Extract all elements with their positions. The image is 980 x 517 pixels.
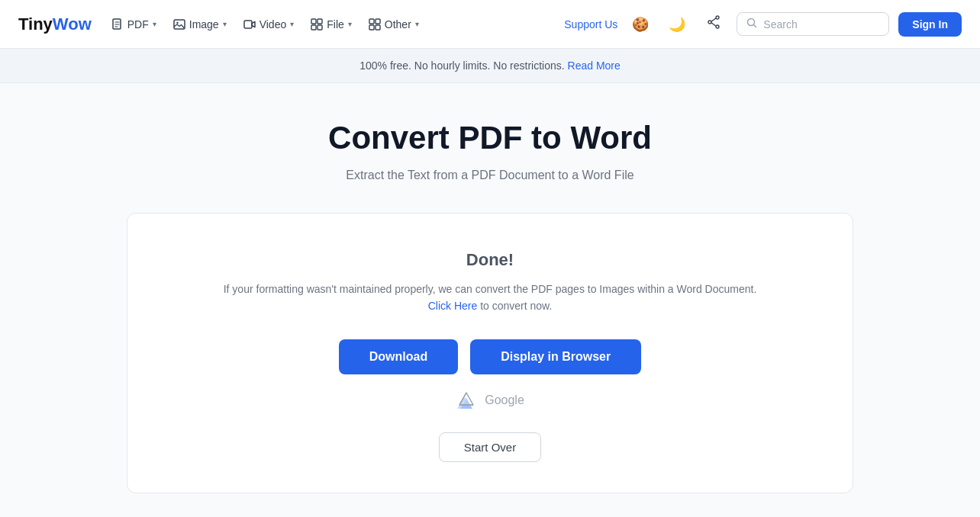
- start-over-button[interactable]: Start Over: [439, 432, 541, 462]
- support-link[interactable]: Support Us: [564, 18, 617, 31]
- google-label: Google: [485, 393, 524, 407]
- search-icon: [746, 18, 757, 31]
- click-here-link[interactable]: Click Here: [428, 300, 478, 312]
- done-desc-text3: to convert now.: [480, 300, 552, 312]
- banner-link[interactable]: Read More: [568, 59, 621, 72]
- search-input[interactable]: [763, 18, 879, 31]
- svg-rect-7: [318, 25, 322, 30]
- other-chevron-icon: ▾: [415, 20, 419, 28]
- video-icon: [243, 18, 256, 31]
- page-subtitle: Extract the Text from a PDF Document to …: [127, 169, 853, 182]
- header-right: Support Us 🍪 🌙 Sign In: [564, 11, 962, 38]
- display-browser-button[interactable]: Display in Browser: [470, 339, 641, 374]
- search-box[interactable]: [737, 12, 889, 36]
- nav-item-other[interactable]: Other ▾: [361, 14, 427, 35]
- google-drive-icon: [456, 390, 477, 411]
- image-label: Image: [189, 18, 219, 31]
- svg-point-2: [176, 21, 178, 23]
- pdf-chevron-icon: ▾: [153, 20, 156, 28]
- logo-tiny: Tiny: [18, 14, 53, 34]
- svg-rect-1: [174, 20, 185, 29]
- header: TinyWow PDF ▾ Image ▾ Video ▾: [0, 0, 980, 49]
- other-icon: [369, 18, 381, 31]
- share-icon: [707, 15, 720, 33]
- banner: 100% free. No hourly limits. No restrict…: [0, 49, 980, 83]
- done-title: Done!: [152, 250, 828, 270]
- nav-item-video[interactable]: Video ▾: [236, 14, 302, 35]
- nav-item-image[interactable]: Image ▾: [166, 14, 234, 35]
- done-desc: If your formatting wasn't maintained pro…: [152, 281, 828, 315]
- cookie-icon-btn[interactable]: 🍪: [627, 11, 654, 38]
- svg-rect-5: [318, 19, 322, 24]
- google-row: Google: [152, 390, 828, 411]
- video-label: Video: [260, 18, 287, 31]
- download-button[interactable]: Download: [339, 339, 458, 374]
- logo-wow: Wow: [53, 14, 92, 34]
- done-desc-text: If your formatting wasn't maintained pro…: [224, 283, 757, 295]
- page-title: Convert PDF to Word: [127, 120, 853, 156]
- svg-rect-11: [376, 25, 380, 30]
- logo[interactable]: TinyWow: [18, 14, 92, 34]
- dark-mode-btn[interactable]: 🌙: [663, 11, 691, 38]
- svg-rect-6: [311, 25, 316, 30]
- file-label: File: [327, 18, 344, 31]
- svg-rect-8: [369, 19, 374, 24]
- video-chevron-icon: ▾: [290, 20, 294, 28]
- svg-rect-3: [244, 21, 252, 28]
- image-icon: [173, 18, 185, 31]
- svg-rect-9: [376, 19, 380, 24]
- cookie-icon: 🍪: [632, 16, 649, 33]
- pdf-label: PDF: [127, 18, 149, 31]
- pdf-icon: [111, 18, 124, 31]
- share-btn[interactable]: [700, 11, 727, 38]
- file-icon: [311, 18, 323, 31]
- nav-item-pdf[interactable]: PDF ▾: [104, 14, 164, 35]
- image-chevron-icon: ▾: [223, 20, 227, 28]
- svg-point-13: [716, 25, 719, 28]
- file-chevron-icon: ▾: [348, 20, 352, 28]
- nav: PDF ▾ Image ▾ Video ▾ File ▾: [104, 14, 559, 35]
- signin-button[interactable]: Sign In: [898, 12, 962, 37]
- svg-rect-4: [311, 19, 316, 24]
- svg-rect-10: [369, 25, 374, 30]
- main: Convert PDF to Word Extract the Text fro…: [108, 83, 872, 517]
- conversion-card: Done! If your formatting wasn't maintain…: [127, 213, 853, 493]
- moon-icon: 🌙: [669, 16, 685, 33]
- banner-text: 100% free. No hourly limits. No restrict…: [359, 59, 564, 72]
- action-buttons: Download Display in Browser: [152, 339, 828, 374]
- nav-item-file[interactable]: File ▾: [303, 14, 359, 35]
- other-label: Other: [385, 18, 411, 31]
- svg-point-14: [708, 21, 711, 24]
- svg-point-12: [716, 16, 719, 19]
